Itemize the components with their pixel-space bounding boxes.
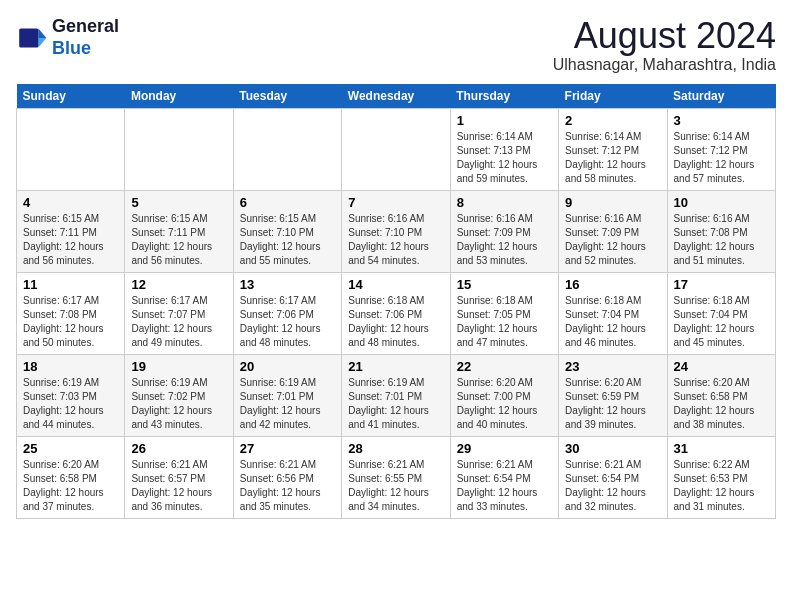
day-info: Sunrise: 6:18 AM Sunset: 7:04 PM Dayligh… bbox=[565, 294, 660, 350]
calendar-cell: 18Sunrise: 6:19 AM Sunset: 7:03 PM Dayli… bbox=[17, 354, 125, 436]
day-number: 7 bbox=[348, 195, 443, 210]
column-header-wednesday: Wednesday bbox=[342, 84, 450, 109]
day-number: 29 bbox=[457, 441, 552, 456]
day-number: 8 bbox=[457, 195, 552, 210]
calendar-cell: 25Sunrise: 6:20 AM Sunset: 6:58 PM Dayli… bbox=[17, 436, 125, 518]
day-info: Sunrise: 6:15 AM Sunset: 7:10 PM Dayligh… bbox=[240, 212, 335, 268]
calendar-cell bbox=[125, 108, 233, 190]
day-info: Sunrise: 6:18 AM Sunset: 7:05 PM Dayligh… bbox=[457, 294, 552, 350]
day-info: Sunrise: 6:19 AM Sunset: 7:02 PM Dayligh… bbox=[131, 376, 226, 432]
day-info: Sunrise: 6:20 AM Sunset: 6:58 PM Dayligh… bbox=[674, 376, 769, 432]
calendar-cell: 19Sunrise: 6:19 AM Sunset: 7:02 PM Dayli… bbox=[125, 354, 233, 436]
day-number: 12 bbox=[131, 277, 226, 292]
day-info: Sunrise: 6:15 AM Sunset: 7:11 PM Dayligh… bbox=[131, 212, 226, 268]
calendar-cell: 29Sunrise: 6:21 AM Sunset: 6:54 PM Dayli… bbox=[450, 436, 558, 518]
day-number: 30 bbox=[565, 441, 660, 456]
day-number: 18 bbox=[23, 359, 118, 374]
day-info: Sunrise: 6:16 AM Sunset: 7:09 PM Dayligh… bbox=[565, 212, 660, 268]
calendar-body: 1Sunrise: 6:14 AM Sunset: 7:13 PM Daylig… bbox=[17, 108, 776, 518]
calendar-cell: 11Sunrise: 6:17 AM Sunset: 7:08 PM Dayli… bbox=[17, 272, 125, 354]
calendar-cell: 12Sunrise: 6:17 AM Sunset: 7:07 PM Dayli… bbox=[125, 272, 233, 354]
column-header-sunday: Sunday bbox=[17, 84, 125, 109]
calendar-cell: 16Sunrise: 6:18 AM Sunset: 7:04 PM Dayli… bbox=[559, 272, 667, 354]
day-info: Sunrise: 6:21 AM Sunset: 6:57 PM Dayligh… bbox=[131, 458, 226, 514]
day-number: 19 bbox=[131, 359, 226, 374]
week-row-3: 11Sunrise: 6:17 AM Sunset: 7:08 PM Dayli… bbox=[17, 272, 776, 354]
svg-marker-1 bbox=[38, 38, 46, 48]
day-number: 2 bbox=[565, 113, 660, 128]
day-number: 21 bbox=[348, 359, 443, 374]
calendar-cell: 8Sunrise: 6:16 AM Sunset: 7:09 PM Daylig… bbox=[450, 190, 558, 272]
calendar-cell: 23Sunrise: 6:20 AM Sunset: 6:59 PM Dayli… bbox=[559, 354, 667, 436]
calendar-cell: 13Sunrise: 6:17 AM Sunset: 7:06 PM Dayli… bbox=[233, 272, 341, 354]
column-header-thursday: Thursday bbox=[450, 84, 558, 109]
calendar-cell: 17Sunrise: 6:18 AM Sunset: 7:04 PM Dayli… bbox=[667, 272, 775, 354]
day-number: 3 bbox=[674, 113, 769, 128]
calendar-cell: 26Sunrise: 6:21 AM Sunset: 6:57 PM Dayli… bbox=[125, 436, 233, 518]
day-number: 31 bbox=[674, 441, 769, 456]
day-number: 9 bbox=[565, 195, 660, 210]
day-number: 25 bbox=[23, 441, 118, 456]
day-info: Sunrise: 6:20 AM Sunset: 6:59 PM Dayligh… bbox=[565, 376, 660, 432]
week-row-1: 1Sunrise: 6:14 AM Sunset: 7:13 PM Daylig… bbox=[17, 108, 776, 190]
day-info: Sunrise: 6:20 AM Sunset: 6:58 PM Dayligh… bbox=[23, 458, 118, 514]
day-info: Sunrise: 6:19 AM Sunset: 7:01 PM Dayligh… bbox=[240, 376, 335, 432]
week-row-2: 4Sunrise: 6:15 AM Sunset: 7:11 PM Daylig… bbox=[17, 190, 776, 272]
calendar-cell bbox=[342, 108, 450, 190]
day-info: Sunrise: 6:16 AM Sunset: 7:10 PM Dayligh… bbox=[348, 212, 443, 268]
day-info: Sunrise: 6:19 AM Sunset: 7:03 PM Dayligh… bbox=[23, 376, 118, 432]
day-number: 14 bbox=[348, 277, 443, 292]
day-number: 20 bbox=[240, 359, 335, 374]
week-row-4: 18Sunrise: 6:19 AM Sunset: 7:03 PM Dayli… bbox=[17, 354, 776, 436]
calendar-cell bbox=[233, 108, 341, 190]
day-number: 23 bbox=[565, 359, 660, 374]
calendar-cell bbox=[17, 108, 125, 190]
calendar-cell: 22Sunrise: 6:20 AM Sunset: 7:00 PM Dayli… bbox=[450, 354, 558, 436]
day-info: Sunrise: 6:21 AM Sunset: 6:55 PM Dayligh… bbox=[348, 458, 443, 514]
column-header-friday: Friday bbox=[559, 84, 667, 109]
day-number: 11 bbox=[23, 277, 118, 292]
page-header: General Blue August 2024 Ulhasnagar, Mah… bbox=[16, 16, 776, 74]
day-number: 5 bbox=[131, 195, 226, 210]
calendar-cell: 2Sunrise: 6:14 AM Sunset: 7:12 PM Daylig… bbox=[559, 108, 667, 190]
day-info: Sunrise: 6:17 AM Sunset: 7:08 PM Dayligh… bbox=[23, 294, 118, 350]
day-number: 13 bbox=[240, 277, 335, 292]
svg-rect-2 bbox=[19, 28, 38, 47]
calendar-cell: 9Sunrise: 6:16 AM Sunset: 7:09 PM Daylig… bbox=[559, 190, 667, 272]
calendar-cell: 4Sunrise: 6:15 AM Sunset: 7:11 PM Daylig… bbox=[17, 190, 125, 272]
week-row-5: 25Sunrise: 6:20 AM Sunset: 6:58 PM Dayli… bbox=[17, 436, 776, 518]
calendar-cell: 27Sunrise: 6:21 AM Sunset: 6:56 PM Dayli… bbox=[233, 436, 341, 518]
calendar-cell: 10Sunrise: 6:16 AM Sunset: 7:08 PM Dayli… bbox=[667, 190, 775, 272]
day-info: Sunrise: 6:18 AM Sunset: 7:04 PM Dayligh… bbox=[674, 294, 769, 350]
calendar-cell: 20Sunrise: 6:19 AM Sunset: 7:01 PM Dayli… bbox=[233, 354, 341, 436]
day-info: Sunrise: 6:21 AM Sunset: 6:56 PM Dayligh… bbox=[240, 458, 335, 514]
day-number: 17 bbox=[674, 277, 769, 292]
day-info: Sunrise: 6:19 AM Sunset: 7:01 PM Dayligh… bbox=[348, 376, 443, 432]
day-info: Sunrise: 6:14 AM Sunset: 7:13 PM Dayligh… bbox=[457, 130, 552, 186]
day-number: 10 bbox=[674, 195, 769, 210]
day-info: Sunrise: 6:17 AM Sunset: 7:07 PM Dayligh… bbox=[131, 294, 226, 350]
calendar-cell: 6Sunrise: 6:15 AM Sunset: 7:10 PM Daylig… bbox=[233, 190, 341, 272]
calendar-cell: 30Sunrise: 6:21 AM Sunset: 6:54 PM Dayli… bbox=[559, 436, 667, 518]
column-header-monday: Monday bbox=[125, 84, 233, 109]
day-number: 27 bbox=[240, 441, 335, 456]
day-info: Sunrise: 6:15 AM Sunset: 7:11 PM Dayligh… bbox=[23, 212, 118, 268]
calendar-cell: 7Sunrise: 6:16 AM Sunset: 7:10 PM Daylig… bbox=[342, 190, 450, 272]
calendar-header-row: SundayMondayTuesdayWednesdayThursdayFrid… bbox=[17, 84, 776, 109]
calendar-cell: 14Sunrise: 6:18 AM Sunset: 7:06 PM Dayli… bbox=[342, 272, 450, 354]
calendar-cell: 24Sunrise: 6:20 AM Sunset: 6:58 PM Dayli… bbox=[667, 354, 775, 436]
day-number: 26 bbox=[131, 441, 226, 456]
day-info: Sunrise: 6:22 AM Sunset: 6:53 PM Dayligh… bbox=[674, 458, 769, 514]
calendar-cell: 21Sunrise: 6:19 AM Sunset: 7:01 PM Dayli… bbox=[342, 354, 450, 436]
day-number: 24 bbox=[674, 359, 769, 374]
logo-text: General Blue bbox=[52, 16, 119, 59]
main-title: August 2024 bbox=[553, 16, 776, 56]
day-number: 15 bbox=[457, 277, 552, 292]
day-info: Sunrise: 6:16 AM Sunset: 7:09 PM Dayligh… bbox=[457, 212, 552, 268]
day-info: Sunrise: 6:21 AM Sunset: 6:54 PM Dayligh… bbox=[457, 458, 552, 514]
day-info: Sunrise: 6:14 AM Sunset: 7:12 PM Dayligh… bbox=[565, 130, 660, 186]
day-number: 6 bbox=[240, 195, 335, 210]
day-number: 22 bbox=[457, 359, 552, 374]
calendar-table: SundayMondayTuesdayWednesdayThursdayFrid… bbox=[16, 84, 776, 519]
day-info: Sunrise: 6:20 AM Sunset: 7:00 PM Dayligh… bbox=[457, 376, 552, 432]
